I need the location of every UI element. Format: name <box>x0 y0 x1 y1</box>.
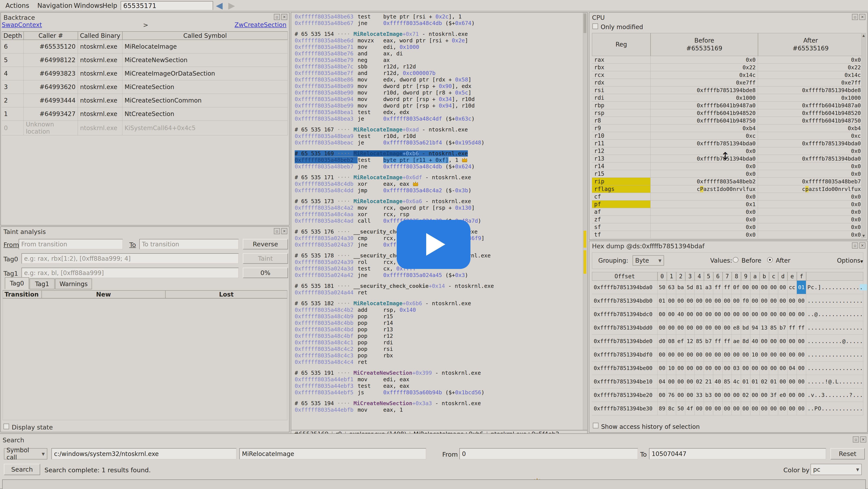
hex-byte-cell[interactable]: 00 <box>657 348 667 362</box>
hex-byte-cell[interactable]: 01 <box>797 281 806 294</box>
hex-byte-cell[interactable]: 00 <box>685 321 694 335</box>
hex-byte-cell[interactable]: 01 <box>657 294 667 308</box>
hex-byte-cell[interactable]: 00 <box>704 294 713 308</box>
values-before-radio[interactable] <box>733 257 739 263</box>
hex-byte-cell[interactable]: 00 <box>750 402 760 415</box>
instruction-line[interactable]: 0xfffff8035a48c4bdpopr13 <box>295 326 581 333</box>
hex-byte-cell[interactable]: 02 <box>760 375 769 389</box>
instruction-address[interactable]: 0xfffff8035a48be7f <box>295 70 358 77</box>
scroll-up-icon[interactable]: ▲ <box>862 34 866 37</box>
hex-byte-cell[interactable]: 10 <box>667 362 676 375</box>
hex-byte-cell[interactable]: 00 <box>797 375 806 389</box>
hex-byte-cell[interactable]: 00 <box>760 308 769 321</box>
float-panel-icon[interactable]: ▫ <box>852 14 858 20</box>
hex-byte-cell[interactable]: 00 <box>741 402 750 415</box>
instruction-line[interactable]: 0xfffff8035a48be67jne0xfffff8035a48c4db … <box>295 20 581 27</box>
hex-byte-cell[interactable]: 40 <box>713 375 723 389</box>
hex-byte-cell[interactable]: 00 <box>685 294 694 308</box>
hex-byte-cell[interactable]: 00 <box>657 362 667 375</box>
hex-byte-cell[interactable]: 00 <box>760 362 769 375</box>
transition-header-line[interactable]: # 65 535 181 ···· __security_check_cooki… <box>295 283 581 289</box>
hex-byte-cell[interactable]: 00 <box>760 348 769 362</box>
backtrace-row[interactable]: 4 #64993823 ntoskrnl.exe MiCreateImageOr… <box>2 67 288 80</box>
instruction-line[interactable]: 0xfffff8035a48c4b9popr15 <box>295 313 581 320</box>
instruction-line[interactable]: 0xfffff8035a48c4bfpopr12 <box>295 333 581 339</box>
close-panel-icon[interactable]: ✕ <box>281 228 287 234</box>
instruction-line[interactable]: 0xfffff8035a48be63testbyte ptr [rsi + 0x… <box>295 13 581 20</box>
hex-byte-cell[interactable]: 00 <box>676 348 685 362</box>
hex-ascii-cell[interactable]: .v..3.......?... <box>806 389 863 402</box>
instruction-line[interactable]: 0xfffff8035a024a42jne0xfffff8035a024a45 … <box>295 272 581 279</box>
hex-byte-cell[interactable]: 00 <box>769 281 778 294</box>
hex-byte-cell[interactable]: 0f <box>732 281 741 294</box>
hex-ascii-cell[interactable]: ................ <box>806 294 863 308</box>
register-row[interactable]: rcx 0x14c 0x14c <box>592 71 863 79</box>
hex-ascii-cell[interactable]: ................ <box>806 321 863 335</box>
hex-byte-cell[interactable]: e0 <box>778 389 787 402</box>
hex-byte-cell[interactable]: 00 <box>704 402 713 415</box>
hex-byte-cell[interactable]: 00 <box>797 362 806 375</box>
swapcontext-link[interactable]: SwapContext <box>2 21 42 28</box>
hex-byte-cell[interactable]: 00 <box>676 362 685 375</box>
hex-byte-cell[interactable]: 00 <box>787 402 797 415</box>
menu-help[interactable]: Help <box>102 2 117 9</box>
close-panel-icon[interactable]: ✕ <box>859 14 865 20</box>
instruction-line[interactable]: 0xfffff8035a48beb7jne0xfffff8035a48c4db … <box>295 163 581 170</box>
disassembly-scrollbar[interactable] <box>583 12 587 430</box>
instruction-address[interactable]: 0xfffff8035a48c4c3 <box>295 352 358 359</box>
hex-ascii-cell[interactable]: ..PO............ <box>806 402 863 415</box>
hex-byte-cell[interactable]: 94 <box>750 321 760 335</box>
instruction-line[interactable]: 0xfffff8035a024a44ret <box>295 289 581 296</box>
hex-byte-cell[interactable]: 04 <box>657 375 667 389</box>
instruction-line[interactable]: 0xfffff8035a48c4a2movrcx, qword ptr [rsp… <box>295 205 581 211</box>
hex-byte-cell[interactable]: 00 <box>797 294 806 308</box>
instruction-address[interactable]: 0xfffff8035a024a44 <box>295 289 358 296</box>
hex-byte-cell[interactable]: 8d <box>741 335 750 348</box>
register-row[interactable]: rflags cPazstIdo00nrvlfux cpazstIdo00nrv… <box>592 185 863 193</box>
hex-row[interactable]: 0xffffb7851394be1004000000022140854c0101… <box>592 375 863 389</box>
hex-byte-cell[interactable]: 00 <box>778 362 787 375</box>
hex-byte-cell[interactable]: 00 <box>797 348 806 362</box>
symbol-name[interactable]: MiCreateNewSection <box>353 370 412 376</box>
hex-byte-cell[interactable]: 8c <box>667 402 676 415</box>
tag0-input[interactable] <box>22 253 239 264</box>
instruction-address[interactable]: 0xfffff8035a48c4bf <box>295 333 358 339</box>
hex-byte-cell[interactable]: 00 <box>685 389 694 402</box>
instruction-address[interactable]: 0xfffff8035a48c4c1 <box>295 339 358 346</box>
video-play-button[interactable] <box>397 220 470 269</box>
taint-from-link[interactable]: From <box>3 241 19 249</box>
search-results-area[interactable] <box>2 480 866 489</box>
hex-byte-cell[interactable]: 00 <box>750 294 760 308</box>
hex-byte-cell[interactable]: 00 <box>787 348 797 362</box>
hex-byte-cell[interactable]: b7 <box>704 335 713 348</box>
hex-byte-cell[interactable]: bd <box>741 321 750 335</box>
hex-byte-cell[interactable]: 4c <box>732 375 741 389</box>
hex-byte-cell[interactable]: 00 <box>778 281 787 294</box>
hex-byte-cell[interactable]: 00 <box>723 389 732 402</box>
hex-byte-cell[interactable]: 4f <box>685 402 694 415</box>
register-row[interactable]: sf 0x0 0x0 <box>592 223 863 231</box>
register-row[interactable]: rsi 0xffffb7851394bde8 0xffffb7851394bde… <box>592 86 863 94</box>
transition-number-input[interactable] <box>121 1 213 10</box>
hex-byte-cell[interactable]: 02 <box>741 389 750 402</box>
instruction-line[interactable]: 0xfffff8035a48be90movr10d, dword ptr [r8… <box>295 89 581 96</box>
hex-byte-cell[interactable]: 00 <box>694 362 704 375</box>
symbol-name[interactable]: MiRelocateImage <box>353 150 403 156</box>
instruction-line[interactable]: 0xfffff8035a48c4b2addrsp, 0x140 <box>295 307 581 313</box>
register-row[interactable]: af 0x0 0x0 <box>592 208 863 216</box>
display-state-checkbox[interactable] <box>3 424 9 429</box>
register-row[interactable]: tf 0x0 0x0 <box>592 231 863 238</box>
taint-progress-button[interactable]: 0% <box>243 268 288 278</box>
taint-to-input[interactable] <box>139 239 239 249</box>
colorby-dropdown[interactable]: pc▼ <box>810 464 862 475</box>
scrollbar-thumb[interactable] <box>584 13 586 33</box>
hex-byte-cell[interactable]: 00 <box>787 308 797 321</box>
backtrace-row[interactable]: 6 #65535120 ntoskrnl.exe MiRelocateImage <box>2 40 288 53</box>
search-from-input[interactable] <box>459 448 638 459</box>
instruction-address[interactable]: 0xfffff8035a48c4a2 <box>295 205 358 211</box>
reset-button[interactable]: Reset <box>831 448 865 459</box>
instruction-line[interactable]: 0xfffff8035a48bea1testedx, edx <box>295 109 581 116</box>
hex-byte-cell[interactable]: 00 <box>685 308 694 321</box>
instruction-address[interactable]: 0xfffff8035a48be6d <box>295 37 358 44</box>
register-row[interactable]: rdi 0x1000 0x1000 <box>592 94 863 102</box>
